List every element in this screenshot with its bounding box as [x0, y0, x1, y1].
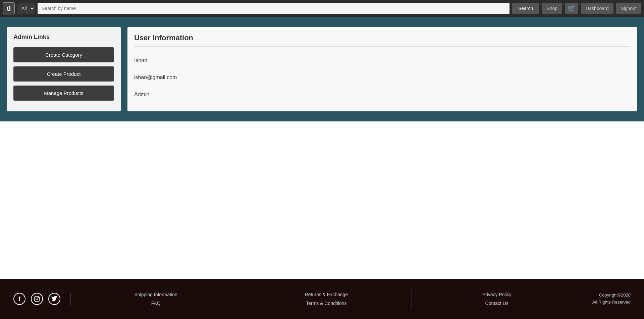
facebook-icon[interactable]: f [13, 293, 25, 305]
footer-social: f [13, 293, 71, 305]
manage-products-button[interactable]: Manage Products [13, 86, 114, 101]
dashboard-button[interactable]: Dashboard [581, 3, 613, 14]
admin-links-title: Admin Links [13, 34, 114, 41]
user-name-field: Ishan [134, 52, 631, 69]
user-info-title: User Information [134, 34, 631, 47]
shipping-info-link[interactable]: Shipping Information [134, 292, 177, 297]
footer-links-col3: Privacy Policy Contact Us [412, 292, 582, 306]
footer-links-col2: Returns & Exchange Terms & Conditions [241, 292, 411, 306]
cart-button[interactable]: 🛒 [565, 3, 578, 14]
footer-links-col1: Shipping Information FAQ [71, 292, 241, 306]
instagram-icon[interactable] [31, 293, 43, 305]
footer-copyright: Copyright©2020 All Rights Reserved [582, 292, 631, 306]
svg-point-1 [36, 298, 38, 300]
footer: f Shipping Information FAQ Returns & Exc… [0, 279, 644, 319]
signout-button[interactable]: Signout [616, 3, 641, 14]
content-area [0, 121, 644, 279]
privacy-policy-link[interactable]: Privacy Policy [482, 292, 512, 297]
twitter-icon[interactable] [48, 293, 60, 305]
terms-conditions-link[interactable]: Terms & Conditions [306, 301, 346, 306]
copyright-line2: All Rights Reserved [592, 299, 631, 306]
admin-links-card: Admin Links Create Category Create Produ… [7, 27, 121, 111]
navbar: ü All Search Shop 🛒 Dashboard Signout [0, 0, 644, 17]
contact-us-link[interactable]: Contact Us [485, 301, 508, 306]
category-select[interactable]: All [17, 3, 35, 14]
cart-icon: 🛒 [568, 5, 575, 12]
shop-button[interactable]: Shop [542, 3, 562, 14]
create-category-button[interactable]: Create Category [13, 47, 114, 62]
create-product-button[interactable]: Create Product [13, 66, 114, 82]
copyright-line1: Copyright©2020 [592, 292, 631, 299]
faq-link[interactable]: FAQ [151, 301, 161, 306]
search-input[interactable] [38, 3, 509, 14]
returns-exchange-link[interactable]: Returns & Exchange [305, 292, 348, 297]
user-info-card: User Information Ishan ishan@gmail.com A… [127, 27, 637, 111]
search-button[interactable]: Search [512, 3, 539, 14]
user-email-field: ishan@gmail.com [134, 69, 631, 86]
logo: ü [3, 2, 15, 14]
main-section: Admin Links Create Category Create Produ… [0, 17, 644, 121]
user-role-field: Admin [134, 86, 631, 103]
svg-rect-0 [35, 297, 40, 302]
svg-point-2 [38, 297, 39, 298]
